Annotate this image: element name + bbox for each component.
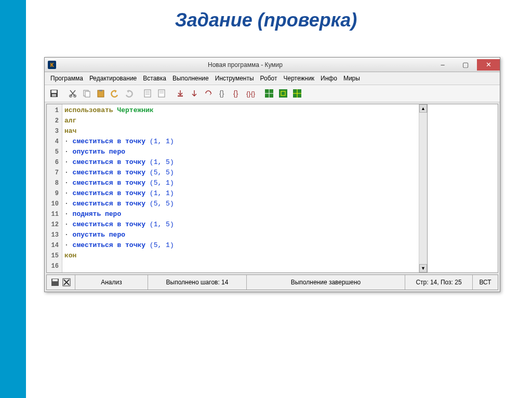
page-title: Задание (проверка) bbox=[0, 0, 532, 38]
svg-rect-2 bbox=[52, 94, 56, 97]
redo-icon[interactable] bbox=[123, 87, 135, 100]
code-content[interactable]: использовать Чертежникалгнач· сместиться… bbox=[62, 104, 419, 272]
code-line[interactable]: кон bbox=[64, 251, 417, 261]
line-number: 1 bbox=[47, 105, 59, 116]
code-line[interactable]: · сместиться в точку (5, 1) bbox=[64, 178, 417, 188]
line-number: 14 bbox=[47, 240, 59, 251]
code-line[interactable]: · сместиться в точку (1, 5) bbox=[64, 157, 417, 168]
menu-edit[interactable]: Редактирование bbox=[87, 74, 139, 83]
code-line[interactable]: · сместиться в точку (5, 5) bbox=[64, 199, 417, 209]
statusbar: Анализ Выполнено шагов: 14 Выполнение за… bbox=[46, 275, 498, 290]
editor-area: 12345678910111213141516 использовать Чер… bbox=[46, 104, 498, 273]
status-save-icon[interactable] bbox=[51, 278, 59, 286]
status-analyze[interactable]: Анализ bbox=[75, 275, 148, 290]
code-line[interactable]: · сместиться в точку (1, 1) bbox=[64, 188, 417, 199]
titlebar: К Новая программа - Кумир – ▢ ✕ bbox=[45, 58, 500, 72]
step-over-icon[interactable] bbox=[188, 87, 201, 100]
step-into-icon[interactable] bbox=[174, 87, 187, 100]
code-line[interactable]: · сместиться в точку (5, 1) bbox=[64, 240, 417, 251]
grid2-icon[interactable] bbox=[277, 87, 289, 100]
line-number: 7 bbox=[47, 168, 59, 178]
menu-info[interactable]: Инфо bbox=[318, 74, 340, 83]
menu-insert[interactable]: Вставка bbox=[140, 74, 169, 83]
status-icons bbox=[47, 275, 75, 290]
grid3-icon[interactable] bbox=[291, 87, 303, 100]
status-position: Стр: 14, Поз: 25 bbox=[405, 275, 473, 290]
scroll-track[interactable] bbox=[419, 113, 427, 264]
paste-icon[interactable] bbox=[95, 87, 107, 100]
line-number: 2 bbox=[47, 116, 59, 126]
svg-rect-13 bbox=[158, 90, 165, 97]
line-number: 6 bbox=[47, 157, 59, 168]
line-gutter: 12345678910111213141516 bbox=[47, 104, 62, 272]
line-number: 12 bbox=[47, 219, 59, 230]
line-number: 5 bbox=[47, 147, 59, 157]
window-title: Новая программа - Кумир bbox=[59, 61, 431, 68]
svg-text:{}{}: {}{} bbox=[246, 90, 255, 98]
cut-icon[interactable] bbox=[66, 87, 79, 100]
code-line[interactable]: · сместиться в точку (1, 5) bbox=[64, 219, 417, 230]
undo-icon[interactable] bbox=[109, 87, 121, 100]
menu-program[interactable]: Программа bbox=[48, 74, 86, 83]
save-icon[interactable] bbox=[48, 87, 60, 100]
status-done: Выполнение завершено bbox=[247, 275, 405, 290]
braces1-icon[interactable]: {} bbox=[216, 87, 229, 100]
code-line[interactable]: · опустить перо bbox=[64, 147, 417, 157]
app-icon: К bbox=[48, 61, 56, 69]
side-panel bbox=[428, 104, 498, 272]
braces2-icon[interactable]: {} bbox=[230, 87, 243, 100]
svg-rect-8 bbox=[99, 90, 102, 91]
minimize-button[interactable]: – bbox=[431, 59, 454, 71]
line-number: 15 bbox=[47, 251, 59, 261]
status-mode: ВСТ bbox=[473, 275, 498, 290]
code-panel: 12345678910111213141516 использовать Чер… bbox=[47, 104, 428, 272]
line-number: 3 bbox=[47, 126, 59, 136]
maximize-button[interactable]: ▢ bbox=[454, 59, 477, 71]
code-line[interactable] bbox=[64, 261, 417, 271]
close-button[interactable]: ✕ bbox=[477, 59, 500, 71]
svg-text:{}: {} bbox=[219, 89, 224, 98]
menu-worlds[interactable]: Миры bbox=[341, 74, 363, 83]
doc1-icon[interactable] bbox=[141, 87, 154, 100]
line-number: 13 bbox=[47, 230, 59, 240]
code-line[interactable]: · сместиться в точку (5, 5) bbox=[64, 168, 417, 178]
app-window: К Новая программа - Кумир – ▢ ✕ Программ… bbox=[44, 57, 500, 292]
code-line[interactable]: · опустить перо bbox=[64, 230, 417, 240]
code-line[interactable]: использовать Чертежник bbox=[64, 105, 417, 116]
status-cross-icon[interactable] bbox=[62, 278, 71, 286]
line-number: 10 bbox=[47, 199, 59, 209]
menu-tools[interactable]: Инструменты bbox=[212, 74, 257, 83]
line-number: 16 bbox=[47, 261, 59, 271]
toolbar: {} {} {}{} bbox=[45, 85, 500, 102]
status-steps: Выполнено шагов: 14 bbox=[148, 275, 247, 290]
code-line[interactable]: нач bbox=[64, 126, 417, 136]
run1-icon[interactable] bbox=[202, 87, 215, 100]
svg-rect-9 bbox=[144, 90, 151, 97]
doc2-icon[interactable] bbox=[155, 87, 168, 100]
braces3-icon[interactable]: {}{} bbox=[244, 87, 257, 100]
svg-rect-1 bbox=[51, 90, 57, 93]
code-line[interactable]: · сместиться в точку (1, 1) bbox=[64, 136, 417, 147]
page-accent-bar bbox=[0, 0, 26, 398]
menu-robot[interactable]: Робот bbox=[258, 74, 280, 83]
vertical-scrollbar[interactable]: ▲ ▼ bbox=[419, 104, 427, 272]
menubar: Программа Редактирование Вставка Выполне… bbox=[45, 72, 500, 85]
svg-rect-16 bbox=[178, 95, 183, 97]
line-number: 8 bbox=[47, 178, 59, 188]
menu-drawer[interactable]: Чертежник bbox=[281, 74, 317, 83]
window-controls: – ▢ ✕ bbox=[431, 59, 500, 71]
line-number: 4 bbox=[47, 136, 59, 147]
copy-icon[interactable] bbox=[81, 87, 93, 100]
code-line[interactable]: · поднять перо bbox=[64, 209, 417, 219]
svg-rect-6 bbox=[85, 91, 90, 97]
line-number: 9 bbox=[47, 188, 59, 199]
svg-text:{}: {} bbox=[233, 89, 238, 98]
scroll-down-icon[interactable]: ▼ bbox=[419, 264, 427, 272]
line-number: 11 bbox=[47, 209, 59, 219]
menu-execute[interactable]: Выполнение bbox=[170, 74, 211, 83]
svg-rect-29 bbox=[52, 279, 58, 281]
grid1-icon[interactable] bbox=[263, 87, 275, 100]
svg-rect-23 bbox=[279, 89, 287, 98]
scroll-up-icon[interactable]: ▲ bbox=[419, 104, 427, 113]
code-line[interactable]: алг bbox=[64, 116, 417, 126]
